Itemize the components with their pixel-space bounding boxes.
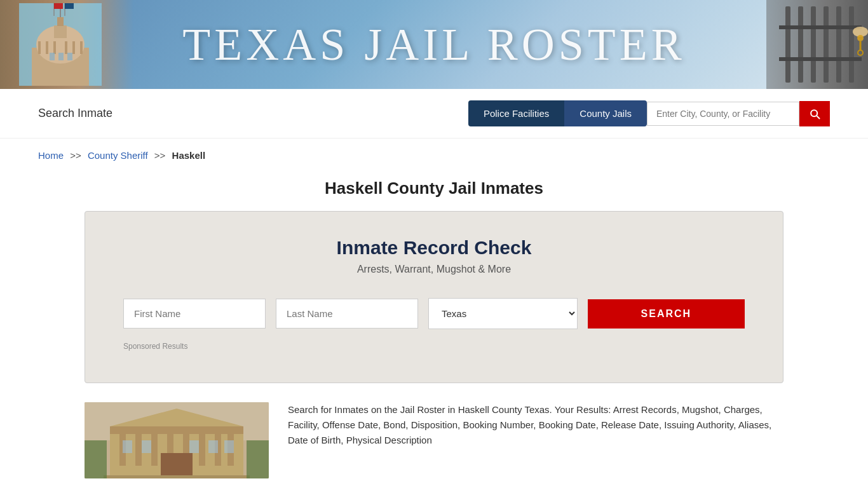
site-title: Texas Jail Roster — [182, 18, 685, 71]
breadcrumb-sep-2: >> — [154, 150, 166, 161]
svg-rect-6 — [38, 41, 41, 54]
svg-rect-22 — [811, 6, 816, 83]
courthouse-svg — [85, 402, 269, 478]
page-wrapper: Texas Jail Roster — [0, 0, 868, 488]
police-facilities-button[interactable]: Police Facilities — [468, 100, 564, 126]
svg-rect-51 — [224, 440, 234, 453]
svg-rect-46 — [104, 475, 250, 478]
sponsored-label: Sponsored Results — [123, 342, 745, 351]
record-check-form: TexasAlabamaAlaskaArizonaArkansasCalifor… — [123, 298, 745, 329]
banner-left-bg — [0, 0, 133, 89]
search-icon — [808, 107, 821, 120]
last-name-input[interactable] — [276, 299, 418, 329]
svg-rect-17 — [58, 53, 64, 60]
svg-rect-21 — [798, 6, 803, 83]
svg-rect-3 — [54, 25, 67, 38]
svg-rect-36 — [135, 431, 142, 466]
capitol-dome-icon — [19, 3, 102, 86]
svg-rect-47 — [123, 440, 132, 453]
svg-rect-9 — [65, 41, 67, 54]
svg-rect-48 — [142, 440, 151, 453]
state-select[interactable]: TexasAlabamaAlaskaArizonaArkansasCalifor… — [428, 298, 578, 329]
nav-bar: Search Inmate Police Facilities County J… — [0, 89, 868, 139]
svg-rect-25 — [849, 6, 854, 83]
building-graphic — [85, 402, 269, 478]
svg-rect-40 — [199, 431, 205, 466]
svg-rect-49 — [189, 440, 199, 453]
page-title: Haskell County Jail Inmates — [38, 179, 830, 198]
record-search-button[interactable]: SEARCH — [588, 299, 745, 329]
svg-point-29 — [857, 35, 864, 41]
jail-door-icon — [766, 0, 868, 89]
record-check-title: Inmate Record Check — [123, 237, 745, 259]
county-jails-button[interactable]: County Jails — [564, 100, 647, 126]
bottom-content: Search for Inmates on the Jail Roster in… — [85, 402, 783, 488]
building-image — [85, 402, 269, 478]
svg-rect-8 — [53, 41, 56, 54]
breadcrumb: Home >> County Sheriff >> Haskell — [0, 139, 868, 172]
svg-rect-15 — [65, 3, 74, 9]
svg-rect-52 — [85, 440, 107, 478]
svg-rect-27 — [779, 57, 862, 61]
record-check-subtitle: Arrests, Warrant, Mugshot & More — [123, 264, 745, 275]
search-inmate-label: Search Inmate — [38, 107, 112, 120]
svg-rect-10 — [72, 41, 75, 54]
breadcrumb-sep-1: >> — [70, 150, 81, 161]
bottom-description: Search for Inmates on the Jail Roster in… — [288, 402, 783, 478]
svg-rect-11 — [80, 41, 83, 54]
record-check-box: Inmate Record Check Arrests, Warrant, Mu… — [85, 211, 783, 383]
svg-rect-7 — [46, 41, 48, 54]
svg-rect-23 — [824, 6, 829, 83]
svg-rect-16 — [50, 53, 55, 60]
svg-rect-50 — [208, 440, 218, 453]
svg-rect-18 — [67, 53, 72, 60]
page-title-section: Haskell County Jail Inmates — [0, 172, 868, 211]
breadcrumb-county-sheriff-link[interactable]: County Sheriff — [88, 150, 148, 161]
svg-rect-13 — [54, 3, 63, 9]
banner-right-bg — [766, 0, 868, 89]
first-name-input[interactable] — [123, 299, 266, 329]
breadcrumb-home-link[interactable]: Home — [38, 150, 64, 161]
svg-rect-20 — [785, 6, 790, 83]
svg-rect-43 — [110, 426, 243, 434]
svg-rect-45 — [161, 453, 193, 478]
svg-rect-53 — [247, 440, 269, 478]
breadcrumb-current: Haskell — [172, 150, 206, 161]
svg-rect-26 — [779, 25, 862, 29]
svg-rect-24 — [836, 6, 841, 83]
facility-search-input[interactable] — [647, 102, 799, 126]
svg-rect-4 — [57, 17, 64, 26]
header-banner: Texas Jail Roster — [0, 0, 868, 89]
nav-right: Police Facilities County Jails — [468, 100, 830, 126]
nav-search-button[interactable] — [799, 101, 830, 126]
svg-rect-37 — [151, 431, 158, 466]
